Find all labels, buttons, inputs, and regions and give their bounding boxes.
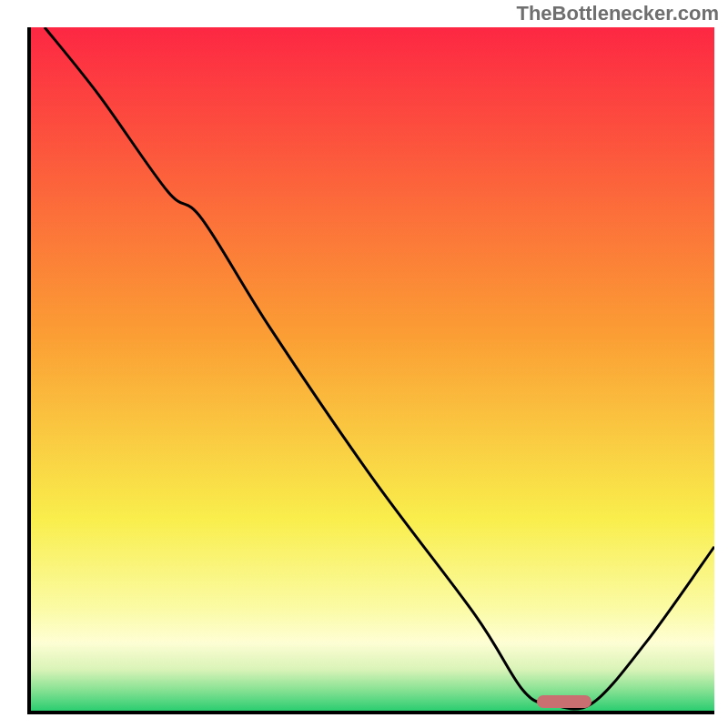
watermark-text: TheBottlenecker.com bbox=[516, 2, 719, 25]
bottleneck-curve bbox=[31, 27, 714, 711]
chart-plot-area bbox=[27, 27, 714, 714]
optimal-range-marker bbox=[537, 695, 592, 708]
